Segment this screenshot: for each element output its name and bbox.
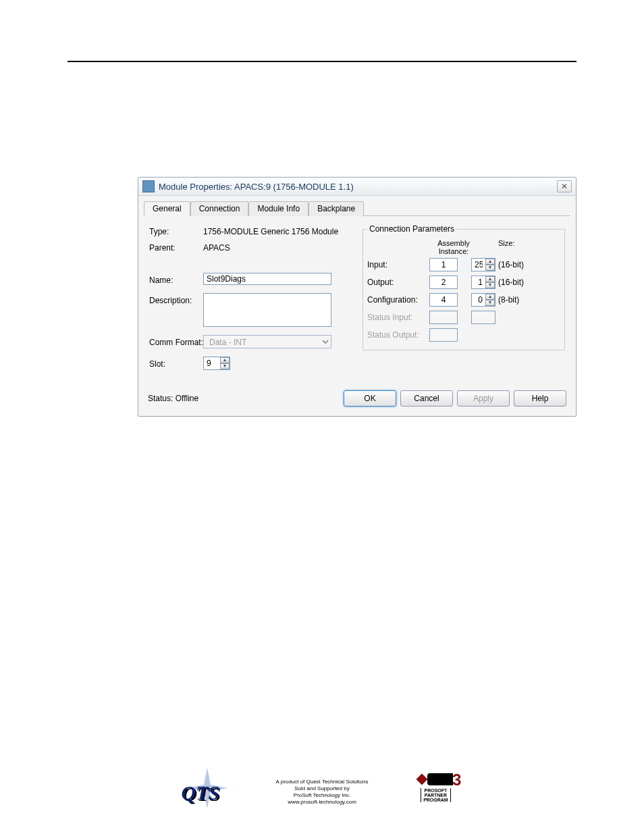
size-header: Size: (478, 239, 544, 255)
header-divider (68, 61, 576, 62)
qts-logo: QTS (182, 773, 236, 810)
status-input-label: Status Input: (367, 313, 429, 322)
comm-format-label: Comm Format: (149, 335, 203, 347)
configuration-label: Configuration: (367, 295, 429, 305)
status-output-assembly-instance (429, 328, 458, 342)
status-input-assembly-instance (429, 311, 458, 324)
comm-format-select: Data - INT (203, 335, 331, 348)
footer-line3: ProSoft Technology Inc. (276, 792, 369, 799)
slot-label: Slot: (149, 357, 203, 369)
tab-connection[interactable]: Connection (190, 201, 249, 216)
p3-line2: PARTNER (423, 793, 448, 798)
status-input-size (471, 311, 495, 324)
page-footer: QTS A product of Quest Technical Solutio… (0, 773, 644, 810)
output-assembly-instance[interactable] (429, 276, 458, 289)
assembly-instance-header: Assembly Instance: (429, 239, 478, 255)
cancel-button[interactable]: Cancel (400, 390, 453, 407)
p3-bar-icon (427, 773, 453, 785)
connection-parameters-group: Connection Parameters Assembly Instance:… (363, 224, 565, 350)
spinner-down-icon[interactable]: ▼ (485, 300, 495, 306)
footer-line1: A product of Quest Technical Solutions (276, 779, 369, 785)
parent-label: Parent: (149, 240, 203, 253)
output-unit: (16-bit) (498, 278, 524, 287)
footer-line2: Sold and Supported by (276, 785, 369, 792)
configuration-unit: (8-bit) (498, 295, 519, 305)
apply-button: Apply (457, 390, 510, 407)
tab-strip: General Connection Module Info Backplane (144, 201, 570, 216)
description-label: Description: (149, 293, 203, 305)
close-button[interactable]: ✕ (557, 180, 572, 192)
spinner-up-icon[interactable]: ▲ (220, 357, 230, 363)
tab-general[interactable]: General (144, 201, 190, 216)
dialog-titlebar: Module Properties: APACS:9 (1756-MODULE … (138, 178, 576, 196)
tab-backplane[interactable]: Backplane (308, 201, 364, 216)
connection-parameters-legend: Connection Parameters (367, 224, 456, 234)
spinner-up-icon[interactable]: ▲ (485, 294, 495, 300)
parent-value: APACS (203, 240, 230, 253)
input-unit: (16-bit) (498, 260, 524, 269)
output-size-spinner[interactable]: ▲▼ (471, 276, 495, 289)
status-output-label: Status Output: (367, 330, 429, 340)
p3-line1: PROSOFT (423, 788, 448, 793)
spinner-up-icon[interactable]: ▲ (485, 276, 495, 282)
type-value: 1756-MODULE Generic 1756 Module (203, 224, 338, 236)
input-assembly-instance[interactable] (429, 258, 458, 271)
spinner-down-icon[interactable]: ▼ (485, 265, 495, 271)
status-text: Status: Offline (148, 394, 340, 403)
name-input[interactable] (203, 273, 331, 285)
ok-button[interactable]: OK (344, 390, 396, 407)
tab-module-info[interactable]: Module Info (248, 201, 308, 216)
input-size-spinner[interactable]: ▲▼ (471, 258, 495, 271)
output-label: Output: (367, 278, 429, 287)
input-label: Input: (367, 260, 429, 269)
spinner-down-icon[interactable]: ▼ (220, 363, 230, 369)
dialog-title: Module Properties: APACS:9 (1756-MODULE … (159, 182, 354, 192)
app-icon (142, 180, 155, 192)
diamond-icon (417, 774, 428, 785)
spinner-down-icon[interactable]: ▼ (485, 282, 495, 288)
type-label: Type: (149, 224, 203, 236)
spinner-up-icon[interactable]: ▲ (485, 259, 495, 265)
footer-line4: www.prosoft-technology.com (276, 799, 369, 806)
module-properties-dialog: Module Properties: APACS:9 (1756-MODULE … (138, 177, 576, 417)
p3-line3: PROGRAM (423, 798, 448, 802)
name-label: Name: (149, 273, 203, 285)
close-icon: ✕ (561, 182, 568, 191)
p3-logo: PROSOFT PARTNER PROGRAM (408, 773, 462, 810)
footer-text: A product of Quest Technical Solutions S… (276, 779, 369, 806)
configuration-size-spinner[interactable]: ▲▼ (471, 293, 495, 307)
slot-spinner[interactable]: ▲ ▼ (203, 357, 230, 370)
help-button[interactable]: Help (514, 390, 566, 407)
configuration-assembly-instance[interactable] (429, 293, 458, 307)
description-input[interactable] (203, 293, 331, 327)
